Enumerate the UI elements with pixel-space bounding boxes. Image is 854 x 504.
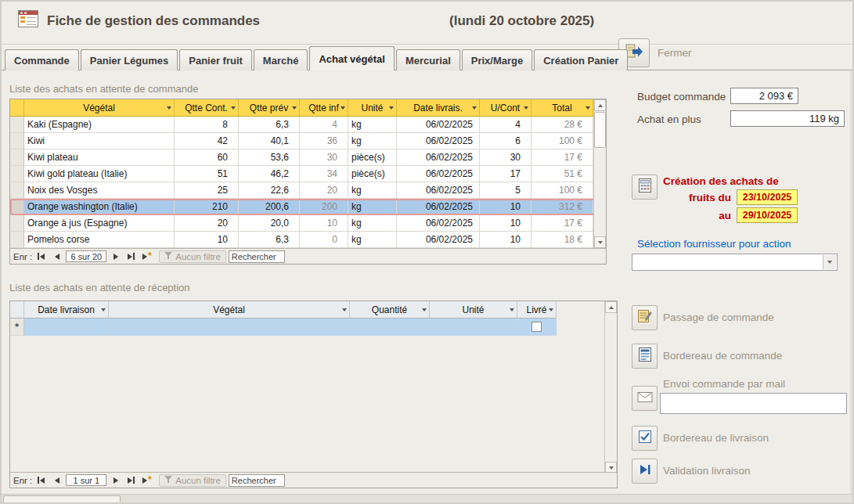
budget-value-field[interactable]: 2 093 € <box>730 88 798 104</box>
cell-unite[interactable]: kg <box>348 117 397 133</box>
cell-vegetal[interactable]: Noix des Vosges <box>24 182 175 199</box>
cell-unite[interactable]: pièce(s) <box>348 149 397 166</box>
bordereau-commande-button[interactable] <box>632 344 658 369</box>
window-vertical-scrollbar[interactable] <box>850 70 854 494</box>
filter-arrow-icon[interactable] <box>389 106 394 110</box>
cell-qtte-prev[interactable]: 46,2 <box>239 166 300 182</box>
cell-u-cont[interactable]: 5 <box>480 182 531 199</box>
cell-date-livrais[interactable]: 06/02/2025 <box>397 199 480 215</box>
cell-total[interactable]: 100 € <box>531 133 593 149</box>
filter-arrow-icon[interactable] <box>292 106 297 110</box>
filter-arrow-icon[interactable] <box>472 106 477 110</box>
cell-qtte-cont[interactable]: 10 <box>175 232 239 248</box>
column-header-vegetal[interactable]: Végétal <box>24 99 175 117</box>
tab-creation-panier[interactable]: Création Panier <box>534 49 628 70</box>
cell-date-livrais[interactable]: 06/02/2025 <box>397 149 480 166</box>
cell-vegetal[interactable]: Kiwi <box>24 133 175 149</box>
cell-qtte-cont[interactable]: 51 <box>175 166 239 182</box>
cell-total[interactable]: 18 € <box>531 232 593 248</box>
filter-arrow-icon[interactable] <box>231 106 236 110</box>
validation-livraison-button[interactable] <box>632 459 658 484</box>
tab-marche[interactable]: Marché <box>254 49 308 70</box>
create-purchases-button[interactable] <box>632 175 658 200</box>
tab-mercurial[interactable]: Mercurial <box>396 49 460 70</box>
cell-u-cont[interactable]: 17 <box>480 166 531 182</box>
row-selector[interactable] <box>10 215 24 232</box>
scroll-up-icon[interactable] <box>594 99 606 111</box>
cell-qtte-cont[interactable]: 8 <box>175 117 239 133</box>
search-input[interactable] <box>229 474 285 487</box>
record-position[interactable]: 6 sur 20 <box>66 250 106 262</box>
row-selector[interactable] <box>10 232 24 248</box>
column-header-qtte-inf[interactable]: Qtte inf <box>300 99 348 117</box>
chevron-down-icon[interactable] <box>823 255 836 269</box>
cell-qtte-prev[interactable]: 6,3 <box>239 117 300 133</box>
window-horizontal-scrollbar[interactable] <box>2 494 854 504</box>
cell-date-livrais[interactable]: 06/02/2025 <box>397 117 480 133</box>
cell-u-cont[interactable]: 10 <box>480 232 531 248</box>
envoi-mail-button[interactable] <box>632 386 658 411</box>
row-selector[interactable] <box>10 149 24 166</box>
cell-qtte-inf[interactable]: 10 <box>300 215 348 232</box>
cell-unite[interactable] <box>430 319 517 336</box>
vertical-scrollbar[interactable] <box>593 99 606 248</box>
cell-quantite[interactable] <box>350 319 430 336</box>
row-selector[interactable] <box>10 199 24 215</box>
first-record-button[interactable] <box>34 474 48 486</box>
vertical-scrollbar[interactable] <box>604 301 617 473</box>
last-record-button[interactable] <box>124 250 138 262</box>
column-header-unite[interactable]: Unité <box>348 99 397 117</box>
filter-arrow-icon[interactable] <box>422 308 427 311</box>
filter-arrow-icon[interactable] <box>510 308 514 311</box>
cell-date-livrais[interactable]: 06/02/2025 <box>397 215 480 232</box>
cell-qtte-prev[interactable]: 6,3 <box>239 232 300 248</box>
cell-total[interactable]: 100 € <box>531 182 593 199</box>
cell-qtte-inf[interactable]: 0 <box>300 232 348 248</box>
filter-arrow-icon[interactable] <box>524 106 528 110</box>
cell-vegetal[interactable]: Kiwi plateau <box>24 149 175 166</box>
cell-vegetal[interactable]: Kiwi gold plateau (Italie) <box>24 166 175 182</box>
column-header-total[interactable]: Total <box>531 99 593 117</box>
cell-total[interactable]: 17 € <box>531 149 593 166</box>
scroll-up-icon[interactable] <box>605 301 617 313</box>
cell-qtte-inf[interactable]: 30 <box>300 149 348 166</box>
livre-checkbox[interactable] <box>531 322 542 332</box>
cell-u-cont[interactable]: 4 <box>480 117 531 133</box>
column-header-unite[interactable]: Unité <box>430 301 517 319</box>
date-from-field[interactable]: 23/10/2025 <box>737 189 798 205</box>
scrollbar-thumb[interactable] <box>3 495 121 504</box>
cell-qtte-inf[interactable]: 36 <box>300 133 348 149</box>
cell-total[interactable]: 17 € <box>531 215 593 232</box>
cell-qtte-cont[interactable]: 20 <box>175 215 239 232</box>
cell-qtte-cont[interactable]: 25 <box>175 182 239 199</box>
cell-qtte-inf[interactable]: 20 <box>300 182 348 199</box>
new-record-button[interactable]: * <box>140 250 153 262</box>
first-record-button[interactable] <box>34 250 48 262</box>
extra-purchase-value-field[interactable]: 119 kg <box>730 110 845 127</box>
search-input[interactable] <box>229 250 285 263</box>
filter-arrow-icon[interactable] <box>167 106 171 110</box>
filter-status-button[interactable]: Aucun filtre <box>159 250 226 263</box>
cell-total[interactable]: 28 € <box>531 117 593 133</box>
cell-unite[interactable]: pièce(s) <box>348 166 397 182</box>
cell-qtte-prev[interactable]: 40,1 <box>239 133 300 149</box>
new-record-selector[interactable]: * <box>10 319 24 336</box>
column-header-u-cont[interactable]: U/Cont <box>480 99 531 117</box>
column-header-qtte-prev[interactable]: Qtte prév <box>239 99 300 117</box>
cell-u-cont[interactable]: 30 <box>480 149 531 166</box>
cell-qtte-cont[interactable]: 210 <box>175 199 239 215</box>
column-header-qtte-cont[interactable]: Qtte Cont. <box>175 99 239 117</box>
row-selector[interactable] <box>10 166 24 182</box>
new-record-button[interactable]: * <box>140 474 153 486</box>
filter-arrow-icon[interactable] <box>586 106 590 110</box>
column-header-quantite[interactable]: Quantité <box>350 301 430 319</box>
cell-vegetal[interactable] <box>109 319 350 336</box>
tab-commande[interactable]: Commande <box>5 49 79 70</box>
cell-total[interactable]: 312 € <box>531 199 593 215</box>
cell-qtte-inf[interactable]: 34 <box>300 166 348 182</box>
previous-record-button[interactable] <box>50 474 63 486</box>
cell-unite[interactable]: kg <box>348 232 397 248</box>
cell-date-livrais[interactable]: 06/02/2025 <box>397 182 480 199</box>
next-record-button[interactable] <box>109 250 122 262</box>
column-header-vegetal[interactable]: Végétal <box>109 301 350 319</box>
